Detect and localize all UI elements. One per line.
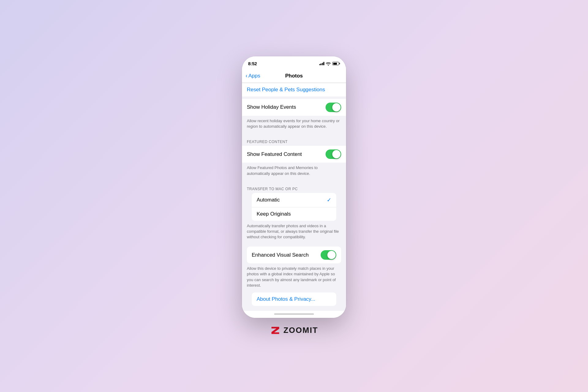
zoomit-z-icon bbox=[270, 325, 281, 336]
holiday-events-description: Allow recent holiday events for your hom… bbox=[242, 116, 346, 134]
home-bar bbox=[274, 313, 314, 315]
holiday-events-label: Show Holiday Events bbox=[247, 104, 296, 110]
transfer-description: Automatically transfer photos and videos… bbox=[242, 221, 346, 244]
transfer-options-group: Automatic ✓ Keep Originals bbox=[252, 193, 336, 221]
transfer-section: Automatic ✓ Keep Originals bbox=[242, 193, 346, 221]
home-indicator bbox=[242, 311, 346, 318]
evs-row: Enhanced Visual Search bbox=[247, 247, 341, 263]
battery-icon bbox=[332, 62, 340, 65]
toggle-thumb bbox=[332, 103, 341, 111]
holiday-events-toggle[interactable] bbox=[326, 103, 341, 112]
chevron-left-icon: ‹ bbox=[246, 73, 247, 79]
reset-link[interactable]: Reset People & Pets Suggestions bbox=[242, 83, 346, 96]
status-bar: 8:52 bbox=[242, 56, 346, 70]
holiday-events-row: Show Holiday Events bbox=[242, 99, 346, 116]
spacer-1 bbox=[242, 96, 346, 99]
wifi-icon bbox=[326, 62, 331, 66]
about-wrapper: About Photos & Privacy... bbox=[242, 292, 346, 311]
evs-section: Enhanced Visual Search bbox=[242, 247, 346, 263]
featured-content-row: Show Featured Content bbox=[242, 146, 346, 163]
evs-description: Allow this device to privately match pla… bbox=[242, 263, 346, 292]
toggle-thumb-featured bbox=[332, 150, 341, 158]
page-title: Photos bbox=[285, 73, 303, 79]
holiday-events-section: Show Holiday Events bbox=[242, 99, 346, 116]
zoomit-logo: ZOOMIT bbox=[270, 325, 318, 336]
nav-bar: ‹ Apps Photos bbox=[242, 70, 346, 83]
featured-content-header: FEATURED CONTENT bbox=[242, 134, 346, 146]
about-link[interactable]: About Photos & Privacy... bbox=[252, 292, 336, 306]
evs-card: Enhanced Visual Search bbox=[247, 247, 341, 263]
back-button[interactable]: ‹ Apps bbox=[246, 73, 260, 79]
status-time: 8:52 bbox=[248, 61, 257, 66]
featured-content-label: Show Featured Content bbox=[247, 151, 302, 157]
status-icons bbox=[319, 62, 340, 66]
checkmark-icon: ✓ bbox=[327, 197, 331, 203]
phone-screen: 8:52 bbox=[242, 56, 346, 318]
keep-originals-row[interactable]: Keep Originals bbox=[252, 207, 336, 221]
settings-content: Reset People & Pets Suggestions Show Hol… bbox=[242, 83, 346, 311]
featured-content-section: Show Featured Content bbox=[242, 146, 346, 163]
zoomit-brand-text: ZOOMIT bbox=[283, 326, 318, 335]
automatic-label: Automatic bbox=[257, 197, 280, 203]
evs-toggle[interactable] bbox=[321, 250, 336, 260]
featured-content-description: Allow Featured Photos and Memories to au… bbox=[242, 163, 346, 180]
toggle-thumb-evs bbox=[327, 251, 336, 259]
signal-icon bbox=[319, 62, 325, 65]
keep-originals-label: Keep Originals bbox=[257, 211, 291, 217]
evs-label: Enhanced Visual Search bbox=[252, 252, 309, 258]
featured-content-toggle[interactable] bbox=[326, 149, 341, 159]
phone-wrapper: 8:52 bbox=[242, 56, 346, 336]
phone-device: 8:52 bbox=[242, 56, 346, 318]
back-label[interactable]: Apps bbox=[248, 73, 260, 79]
automatic-row[interactable]: Automatic ✓ bbox=[252, 193, 336, 207]
transfer-header: TRANSFER TO MAC OR PC bbox=[242, 181, 346, 193]
reset-section: Reset People & Pets Suggestions bbox=[242, 83, 346, 96]
